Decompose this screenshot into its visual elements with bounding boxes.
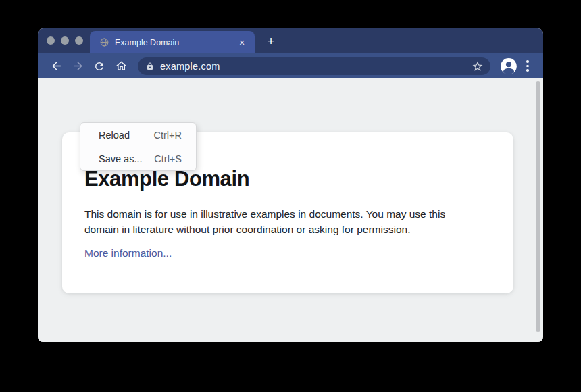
lock-icon[interactable]	[146, 62, 154, 71]
title-bar: Example Domain × +	[38, 28, 543, 53]
home-icon	[115, 59, 128, 72]
tab-title: Example Domain	[115, 38, 236, 47]
profile-avatar-icon[interactable]	[500, 57, 517, 75]
forward-arrow-icon	[72, 59, 84, 72]
forward-button[interactable]	[68, 56, 88, 76]
window-maximize-button[interactable]	[75, 36, 83, 45]
address-bar[interactable]: example.com	[138, 57, 490, 75]
browser-menu-icon[interactable]	[520, 57, 535, 75]
context-menu-item-save-as[interactable]: Save as... Ctrl+S	[80, 147, 196, 170]
menu-item-shortcut: Ctrl+S	[154, 153, 182, 164]
reload-icon	[93, 60, 105, 72]
context-menu: Reload Ctrl+R Save as... Ctrl+S	[80, 122, 197, 171]
back-button[interactable]	[46, 56, 66, 76]
back-arrow-icon	[50, 59, 63, 72]
screenshot-background: Example Domain × +	[0, 0, 581, 392]
tab-close-icon[interactable]: ×	[236, 36, 248, 49]
reload-button[interactable]	[89, 56, 109, 76]
url-text: example.com	[160, 61, 470, 72]
new-tab-button[interactable]: +	[262, 33, 280, 49]
scrollbar-thumb[interactable]	[536, 81, 540, 332]
more-information-link[interactable]: More information...	[84, 247, 172, 260]
home-button[interactable]	[111, 56, 131, 76]
window-controls	[47, 36, 83, 45]
bookmark-star-icon[interactable]	[470, 59, 485, 74]
window-minimize-button[interactable]	[61, 36, 69, 45]
navigation-toolbar: example.com	[38, 53, 543, 78]
browser-tab[interactable]: Example Domain ×	[90, 31, 255, 53]
context-menu-item-reload[interactable]: Reload Ctrl+R	[80, 123, 196, 147]
page-viewport: Example Domain This domain is for use in…	[38, 78, 543, 342]
menu-item-label: Reload	[99, 130, 130, 141]
menu-item-shortcut: Ctrl+R	[154, 130, 182, 141]
browser-window: Example Domain × +	[38, 28, 543, 342]
menu-item-label: Save as...	[99, 153, 142, 164]
globe-favicon-icon	[100, 38, 109, 47]
page-paragraph: This domain is for use in illustrative e…	[84, 206, 482, 237]
window-close-button[interactable]	[47, 36, 55, 45]
